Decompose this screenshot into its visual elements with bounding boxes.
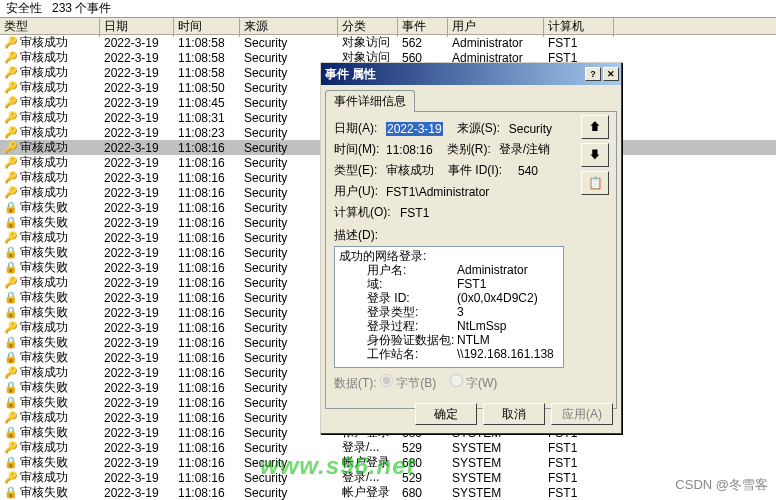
lbl-cat: 类别(R):	[447, 141, 499, 158]
val-time: 11:08:16	[386, 143, 433, 157]
val-src: Security	[509, 122, 552, 136]
data-format-row: 数据(T): 字节(B) 字(W)	[334, 374, 608, 392]
key-icon	[4, 36, 18, 50]
val-eid: 540	[518, 164, 538, 178]
lbl-eid: 事件 ID(I):	[448, 162, 518, 179]
key-icon	[4, 471, 18, 485]
val-cat: 登录/注销	[499, 141, 550, 158]
val-type: 审核成功	[386, 162, 434, 179]
prev-event-button[interactable]: 🡅	[581, 115, 609, 139]
key-icon	[4, 321, 18, 335]
key-icon	[4, 156, 18, 170]
lbl-data: 数据(T):	[334, 376, 377, 390]
col-user[interactable]: 用户	[448, 18, 544, 37]
lbl-type: 类型(E):	[334, 162, 386, 179]
ok-button[interactable]: 确定	[415, 403, 477, 425]
tab-panel: 日期(A): 2022-3-19 来源(S): Security 时间(M): …	[325, 111, 617, 409]
val-date: 2022-3-19	[386, 122, 443, 136]
val-user: FST1\Administrator	[386, 185, 489, 199]
desc-title: 成功的网络登录:	[339, 249, 559, 263]
key-icon	[4, 186, 18, 200]
radio-bytes[interactable]: 字节(B)	[380, 376, 436, 390]
key-icon	[4, 141, 18, 155]
lock-icon	[4, 396, 18, 410]
lock-icon	[4, 456, 18, 470]
lock-icon	[4, 426, 18, 440]
key-icon	[4, 111, 18, 125]
key-icon	[4, 276, 18, 290]
key-icon	[4, 411, 18, 425]
help-button[interactable]: ?	[585, 67, 601, 81]
key-icon	[4, 96, 18, 110]
lbl-date: 日期(A):	[334, 120, 386, 137]
key-icon	[4, 231, 18, 245]
key-icon	[4, 66, 18, 80]
table-header: 类型 日期 时间 来源 分类 事件 用户 计算机	[0, 18, 776, 35]
lbl-comp: 计算机(O):	[334, 204, 400, 221]
lock-icon	[4, 261, 18, 275]
key-icon	[4, 126, 18, 140]
table-row[interactable]: 审核成功2022-3-1911:08:16Security登录/...529SY…	[0, 440, 776, 455]
key-icon	[4, 51, 18, 65]
event-count: 233 个事件	[52, 0, 111, 17]
tab-details[interactable]: 事件详细信息	[325, 90, 415, 112]
lock-icon	[4, 351, 18, 365]
copy-button[interactable]: 📋	[581, 171, 609, 195]
col-date[interactable]: 日期	[100, 18, 174, 37]
apply-button[interactable]: 应用(A)	[551, 403, 613, 425]
description-box[interactable]: 成功的网络登录: 用户名:Administrator域:FST1登录 ID:(0…	[334, 246, 564, 368]
table-row[interactable]: 审核失败2022-3-1911:08:16Security帐户登录680SYST…	[0, 485, 776, 500]
lock-icon	[4, 246, 18, 260]
lbl-src: 来源(S):	[457, 120, 509, 137]
key-icon	[4, 366, 18, 380]
lock-icon	[4, 336, 18, 350]
col-time[interactable]: 时间	[174, 18, 240, 37]
lbl-time: 时间(M):	[334, 141, 386, 158]
lbl-user: 用户(U):	[334, 183, 386, 200]
col-src[interactable]: 来源	[240, 18, 338, 37]
lock-icon	[4, 201, 18, 215]
log-header: 安全性 233 个事件	[0, 0, 776, 18]
log-title: 安全性	[6, 0, 42, 17]
next-event-button[interactable]: 🡇	[581, 143, 609, 167]
key-icon	[4, 81, 18, 95]
table-row[interactable]: 审核失败2022-3-1911:08:16Security帐户登录680SYST…	[0, 455, 776, 470]
lock-icon	[4, 381, 18, 395]
lock-icon	[4, 486, 18, 500]
event-properties-dialog: 事件 属性 ? ✕ 事件详细信息 日期(A): 2022-3-19 来源(S):…	[320, 62, 622, 434]
table-row[interactable]: 审核成功2022-3-1911:08:58Security对象访问562Admi…	[0, 35, 776, 50]
lock-icon	[4, 216, 18, 230]
dialog-title: 事件 属性	[325, 66, 376, 83]
col-evt[interactable]: 事件	[398, 18, 448, 37]
cancel-button[interactable]: 取消	[483, 403, 545, 425]
table-row[interactable]: 审核成功2022-3-1911:08:16Security登录/...529SY…	[0, 470, 776, 485]
key-icon	[4, 171, 18, 185]
val-comp: FST1	[400, 206, 429, 220]
lock-icon	[4, 306, 18, 320]
lock-icon	[4, 291, 18, 305]
key-icon	[4, 441, 18, 455]
radio-words[interactable]: 字(W)	[450, 376, 498, 390]
close-button[interactable]: ✕	[603, 67, 619, 81]
dialog-titlebar[interactable]: 事件 属性 ? ✕	[321, 63, 621, 85]
lbl-desc: 描述(D):	[334, 227, 608, 244]
col-comp[interactable]: 计算机	[544, 18, 614, 37]
